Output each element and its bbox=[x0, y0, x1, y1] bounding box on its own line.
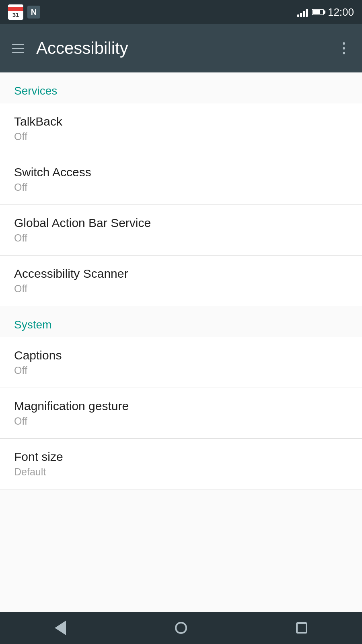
accessibility-scanner-title: Accessibility Scanner bbox=[14, 267, 348, 281]
accessibility-scanner-item[interactable]: Accessibility Scanner Off bbox=[0, 256, 362, 306]
magnification-gesture-item[interactable]: Magnification gesture Off bbox=[0, 388, 362, 439]
font-size-subtitle: Default bbox=[14, 466, 348, 478]
global-action-bar-subtitle: Off bbox=[14, 232, 348, 244]
back-icon bbox=[55, 621, 66, 635]
captions-item[interactable]: Captions Off bbox=[0, 337, 362, 388]
hamburger-menu-button[interactable] bbox=[8, 38, 28, 58]
global-action-bar-item[interactable]: Global Action Bar Service Off bbox=[0, 205, 362, 256]
talkback-title: TalkBack bbox=[14, 115, 348, 128]
global-action-bar-title: Global Action Bar Service bbox=[14, 216, 348, 230]
services-section-header: Services bbox=[0, 72, 362, 103]
accessibility-scanner-subtitle: Off bbox=[14, 283, 348, 295]
switch-access-title: Switch Access bbox=[14, 165, 348, 179]
captions-subtitle: Off bbox=[14, 365, 348, 376]
talkback-subtitle: Off bbox=[14, 131, 348, 142]
hamburger-line-3 bbox=[12, 52, 24, 53]
bottom-navigation bbox=[0, 612, 362, 644]
notification-icon: N bbox=[27, 6, 40, 19]
talkback-item[interactable]: TalkBack Off bbox=[0, 103, 362, 154]
status-bar: 31 N 12:00 bbox=[0, 0, 362, 24]
services-section-title: Services bbox=[14, 85, 57, 97]
switch-access-subtitle: Off bbox=[14, 182, 348, 193]
recents-button[interactable] bbox=[290, 616, 314, 640]
signal-icon bbox=[297, 7, 308, 17]
page-title: Accessibility bbox=[36, 39, 128, 58]
system-section-header: System bbox=[0, 306, 362, 337]
home-button[interactable] bbox=[169, 616, 193, 640]
status-bar-left: 31 N bbox=[8, 4, 40, 20]
magnification-gesture-title: Magnification gesture bbox=[14, 399, 348, 413]
svg-text:N: N bbox=[31, 8, 37, 17]
font-size-item[interactable]: Font size Default bbox=[0, 439, 362, 489]
app-bar-left: Accessibility bbox=[8, 38, 128, 58]
home-icon bbox=[175, 622, 187, 634]
switch-access-item[interactable]: Switch Access Off bbox=[0, 154, 362, 205]
calendar-icon: 31 bbox=[8, 4, 23, 20]
status-bar-right: 12:00 bbox=[297, 6, 354, 19]
back-button[interactable] bbox=[48, 616, 72, 640]
recents-icon bbox=[296, 622, 307, 634]
magnification-gesture-subtitle: Off bbox=[14, 415, 348, 427]
system-section-title: System bbox=[14, 318, 51, 331]
battery-icon bbox=[312, 9, 324, 15]
captions-title: Captions bbox=[14, 349, 348, 362]
font-size-title: Font size bbox=[14, 450, 348, 464]
hamburger-line-1 bbox=[12, 44, 24, 45]
app-bar: Accessibility bbox=[0, 24, 362, 72]
more-options-button[interactable] bbox=[334, 38, 354, 58]
content-area: Services TalkBack Off Switch Access Off … bbox=[0, 72, 362, 612]
time-display: 12:00 bbox=[328, 6, 354, 19]
hamburger-line-2 bbox=[12, 48, 24, 49]
